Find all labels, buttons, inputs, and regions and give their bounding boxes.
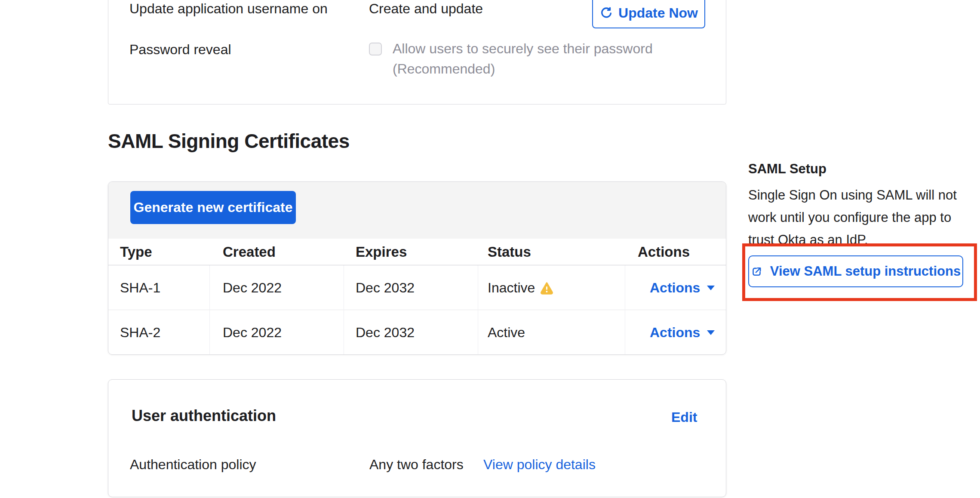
status-text: Inactive	[488, 265, 535, 310]
user-authentication-card: User authentication Edit Authentication …	[108, 379, 726, 497]
column-header-type: Type	[120, 239, 152, 265]
view-saml-instructions-label: View SAML setup instructions	[770, 264, 961, 279]
refresh-icon	[599, 6, 612, 19]
saml-setup-description-line2: work until you configure the app to	[748, 206, 959, 229]
column-header-created: Created	[223, 239, 276, 265]
cell-expires: Dec 2032	[356, 310, 415, 355]
authentication-policy-value: Any two factors	[369, 457, 464, 472]
column-divider	[344, 265, 344, 355]
saml-setup-title: SAML Setup	[748, 161, 826, 177]
password-reveal-description-line2: (Recommended)	[393, 59, 653, 79]
column-header-expires: Expires	[356, 239, 407, 265]
cell-actions: Actions	[650, 265, 715, 310]
password-reveal-description: Allow users to securely see their passwo…	[393, 39, 653, 79]
password-reveal-checkbox[interactable]	[369, 43, 382, 55]
cell-type: SHA-2	[120, 310, 160, 355]
column-divider	[209, 265, 210, 355]
update-now-label: Update Now	[618, 5, 698, 21]
actions-dropdown[interactable]: Actions	[650, 265, 715, 310]
table-row: SHA-2 Dec 2022 Dec 2032 Active Actions	[108, 310, 726, 355]
cell-created: Dec 2022	[223, 310, 282, 355]
password-reveal-description-line1: Allow users to securely see their passwo…	[393, 39, 653, 59]
table-header-row: Type Created Expires Status Actions	[108, 239, 726, 265]
user-authentication-title: User authentication	[132, 407, 276, 424]
authentication-policy-label: Authentication policy	[130, 457, 256, 472]
actions-dropdown-label: Actions	[650, 310, 700, 355]
column-divider	[478, 265, 478, 355]
actions-dropdown-label: Actions	[650, 265, 700, 310]
username-update-label: Update application username on	[129, 1, 328, 16]
column-header-status: Status	[488, 239, 531, 265]
saml-setup-description: Single Sign On using SAML will not work …	[748, 184, 959, 251]
saml-setup-description-line1: Single Sign On using SAML will not	[748, 184, 959, 206]
cell-status: Active	[488, 310, 525, 355]
actions-dropdown[interactable]: Actions	[650, 310, 715, 355]
update-now-button[interactable]: Update Now	[592, 0, 705, 28]
edit-link[interactable]: Edit	[671, 410, 697, 424]
view-saml-instructions-button[interactable]: View SAML setup instructions	[748, 255, 963, 287]
chevron-down-icon	[707, 330, 715, 335]
cell-status: Inactive	[488, 265, 553, 310]
cell-expires: Dec 2032	[356, 265, 415, 310]
view-policy-details-link[interactable]: View policy details	[483, 457, 596, 472]
certificates-card: Generate new certificate Type Created Ex…	[108, 181, 726, 355]
column-header-actions: Actions	[638, 239, 690, 265]
cell-type: SHA-1	[120, 265, 160, 310]
column-divider	[625, 265, 625, 355]
cell-created: Dec 2022	[223, 265, 282, 310]
external-link-icon	[751, 266, 762, 277]
page: Update application username on Create an…	[0, 0, 980, 498]
table-row: SHA-1 Dec 2022 Dec 2032 Inactive Actions	[108, 265, 726, 310]
cell-actions: Actions	[650, 310, 715, 355]
username-update-value: Create and update	[369, 1, 483, 16]
page-title: SAML Signing Certificates	[108, 128, 350, 154]
generate-certificate-button[interactable]: Generate new certificate	[130, 191, 296, 224]
chevron-down-icon	[707, 286, 715, 290]
password-reveal-label: Password reveal	[129, 42, 231, 57]
warning-icon	[540, 281, 553, 295]
